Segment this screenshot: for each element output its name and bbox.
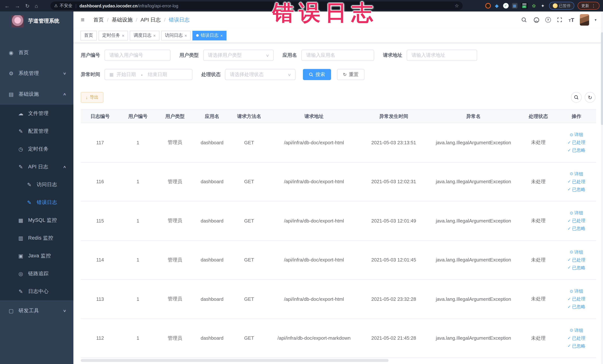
- exception-time-range-picker[interactable]: ▦ 开始日期 - 结束日期: [104, 69, 192, 80]
- tab-access-log[interactable]: 访问日志×: [161, 31, 191, 40]
- cell-app-name: dashboard: [194, 257, 231, 263]
- tab-home[interactable]: 首页: [81, 31, 97, 40]
- github-icon[interactable]: [533, 16, 540, 23]
- bookmark-star-icon[interactable]: ☆: [455, 3, 459, 9]
- cell-user-type: 管理员: [156, 218, 194, 224]
- user-type-select[interactable]: 请选择用户类型 ∨: [203, 50, 274, 61]
- close-icon[interactable]: ×: [153, 33, 156, 38]
- refresh-table-button[interactable]: ↻: [585, 92, 595, 103]
- back-icon[interactable]: ←: [4, 3, 10, 8]
- vertical-scrollbar-track[interactable]: [601, 12, 603, 364]
- sidebar-item-config-management[interactable]: ✎配置管理: [0, 122, 73, 140]
- action-label: 已处理: [572, 219, 585, 223]
- sidebar-item-label: 错误日志: [37, 199, 57, 206]
- close-icon[interactable]: ×: [122, 33, 124, 38]
- chrome-update-badge[interactable]: 更新 ⋮: [578, 2, 600, 10]
- help-icon[interactable]: ?: [545, 17, 551, 23]
- sidebar-item-error-log[interactable]: ✎错误日志: [0, 194, 73, 211]
- sidebar-item-infrastructure[interactable]: ▤基础设施∧: [0, 84, 73, 105]
- breadcrumb-item[interactable]: API 日志: [140, 16, 161, 23]
- sidebar-item-dev-tools[interactable]: ▢研发工具∨: [0, 300, 73, 321]
- sidebar-item-home[interactable]: ◉首页: [0, 42, 73, 63]
- user-id-input[interactable]: 请输入用户编号: [104, 50, 171, 61]
- process-status-select[interactable]: 请选择处理状态 ∨: [225, 69, 295, 80]
- sidebar-item-file-management[interactable]: ☁文件管理: [0, 105, 73, 122]
- forward-icon[interactable]: →: [15, 3, 20, 8]
- action-ignored-link[interactable]: ✓已忽略: [568, 305, 585, 309]
- action-ignored-link[interactable]: ✓已忽略: [568, 187, 585, 192]
- breadcrumb-item[interactable]: 错误日志: [169, 16, 190, 23]
- action-processed-link[interactable]: ✓已处理: [568, 179, 585, 184]
- ext-grid-icon[interactable]: ▦: [512, 3, 517, 9]
- export-button[interactable]: ↓ 导出: [81, 92, 104, 103]
- action-detail-link[interactable]: ⊙详细: [570, 133, 583, 137]
- action-detail-link[interactable]: ⊙详细: [570, 250, 583, 254]
- search-icon[interactable]: [521, 16, 527, 23]
- action-ignored-link[interactable]: ✓已忽略: [568, 344, 585, 348]
- action-processed-link[interactable]: ✓已处理: [568, 219, 585, 223]
- action-ignored-link[interactable]: ✓已忽略: [568, 226, 585, 231]
- browser-menu-icon[interactable]: ⋮: [591, 3, 596, 8]
- sidebar-item-redis-monitor[interactable]: ▥Redis 监控: [0, 229, 73, 247]
- sidebar-item-system-management[interactable]: ⚙系统管理∨: [0, 63, 73, 84]
- reset-button[interactable]: ↻ 重置: [337, 69, 364, 80]
- sidebar-item-access-log[interactable]: ✎访问日志: [0, 176, 73, 194]
- search-button[interactable]: 搜索: [303, 69, 331, 80]
- ext-on-switch-icon[interactable]: on: [521, 3, 528, 9]
- breadcrumb-item[interactable]: 基础设施: [112, 16, 133, 23]
- close-icon[interactable]: ×: [185, 33, 187, 38]
- ext-leaf-icon[interactable]: ✿: [531, 3, 537, 9]
- table-row: 1161管理员dashboardGET/api/infra/db-doc/exp…: [81, 162, 596, 201]
- security-label[interactable]: 不安全: [60, 3, 72, 9]
- toggle-search-button[interactable]: [571, 92, 582, 103]
- cell-user-id: 1: [119, 335, 156, 341]
- ext-target-icon[interactable]: [485, 3, 491, 9]
- vertical-scrollbar-thumb[interactable]: [601, 32, 603, 125]
- sidebar-item-java-monitor[interactable]: ▣Java 监控: [0, 247, 73, 265]
- avatar-caret-icon[interactable]: ▾: [595, 18, 596, 22]
- sidebar-item-link-tracing[interactable]: ◎链路追踪: [0, 265, 73, 282]
- reload-icon[interactable]: ↻: [25, 3, 29, 8]
- action-detail-link[interactable]: ⊙详细: [570, 172, 583, 176]
- font-size-icon[interactable]: TT: [568, 17, 574, 23]
- cell-exception-time: 2021-05-03 12:02:31: [360, 179, 427, 185]
- check-icon: ✓: [568, 227, 571, 231]
- action-processed-link[interactable]: ✓已处理: [568, 258, 585, 262]
- action-ignored-link[interactable]: ✓已忽略: [568, 266, 585, 270]
- app-name-input[interactable]: 请输入应用名: [302, 50, 374, 61]
- action-label: 详细: [574, 250, 583, 254]
- request-url-input[interactable]: 请输入请求地址: [407, 50, 477, 61]
- sidebar-item-scheduled-tasks[interactable]: ◷定时任务: [0, 140, 73, 158]
- action-detail-link[interactable]: ⊙详细: [570, 211, 583, 215]
- cell-app-name: dashboard: [194, 179, 231, 185]
- cell-user-id: 1: [119, 218, 156, 224]
- action-ignored-link[interactable]: ✓已忽略: [568, 148, 585, 153]
- action-processed-link[interactable]: ✓已处理: [568, 336, 585, 341]
- action-processed-link[interactable]: ✓已处理: [568, 140, 585, 145]
- breadcrumb-item[interactable]: 首页: [93, 16, 104, 23]
- chevron-down-icon: ∨: [63, 71, 67, 75]
- user-avatar[interactable]: [580, 14, 589, 26]
- browser-home-icon[interactable]: ⌂: [35, 3, 38, 8]
- tab-job-log[interactable]: 调度日志×: [130, 31, 159, 40]
- action-label: 详细: [574, 211, 583, 215]
- address-bar[interactable]: ⚠ 不安全 | dashboard.yudao.iocoder.cn /infr…: [50, 1, 463, 10]
- ext-shield-icon[interactable]: ◆: [494, 3, 499, 9]
- sidebar-item-mysql-monitor[interactable]: ▦MySQL 监控: [0, 211, 73, 229]
- close-icon[interactable]: ×: [220, 33, 223, 38]
- ext-green-check-icon[interactable]: ✓: [503, 3, 509, 9]
- fullscreen-icon[interactable]: [556, 16, 563, 23]
- sidebar-item-log-center[interactable]: ✎日志中心: [0, 282, 73, 300]
- ext-puzzle-icon[interactable]: ✦: [540, 3, 545, 9]
- action-detail-link[interactable]: ⊙详细: [570, 328, 583, 333]
- tab-scheduled-tasks[interactable]: 定时任务×: [99, 31, 128, 40]
- action-detail-link[interactable]: ⊙详细: [570, 289, 583, 294]
- paused-extension-badge[interactable]: 已暂停: [549, 2, 574, 10]
- app-logo-row[interactable]: 芋道管理系统: [0, 12, 73, 31]
- hamburger-icon[interactable]: ≡: [77, 16, 88, 23]
- action-processed-link[interactable]: ✓已处理: [568, 297, 585, 301]
- sidebar-item-api-log[interactable]: ✎API 日志∧: [0, 158, 73, 176]
- font-size-big-t: T: [571, 17, 574, 23]
- horizontal-scrollbar[interactable]: [81, 359, 389, 362]
- tab-error-log[interactable]: 错误日志×: [193, 31, 227, 40]
